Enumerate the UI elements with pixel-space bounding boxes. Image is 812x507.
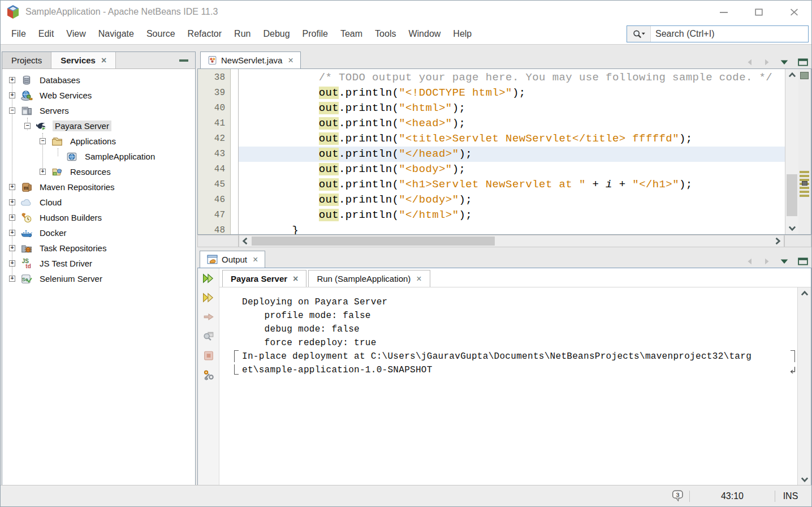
tree-item-resources[interactable]: +Resources <box>2 164 195 179</box>
rerun-button[interactable] <box>201 272 216 285</box>
code-line-45[interactable]: out.println("<h1>Servlet NewServlet at "… <box>239 177 785 192</box>
tree-item-task-repositories[interactable]: +Task Repositories <box>2 240 195 256</box>
menu-item-team[interactable]: Team <box>334 29 369 39</box>
menu-item-help[interactable]: Help <box>447 29 478 39</box>
output-vertical-scrollbar[interactable] <box>797 287 811 485</box>
code-line-47[interactable]: out.println("</html>"); <box>239 208 785 223</box>
tab-services[interactable]: Services × <box>51 52 116 68</box>
code-line-40[interactable]: out.println("<html>"); <box>239 101 785 116</box>
error-badge-icon[interactable] <box>800 72 809 79</box>
editor-vertical-scrollbar[interactable] <box>785 69 798 234</box>
expand-toggle-icon[interactable]: + <box>9 230 15 236</box>
expand-toggle-icon[interactable]: + <box>9 276 15 282</box>
tab-newservlet-java[interactable]: NewServlet.java × <box>200 51 301 68</box>
tree-item-hudson-builders[interactable]: +Hudson Builders <box>2 210 195 225</box>
menu-item-window[interactable]: Window <box>402 29 447 39</box>
scroll-tabs-right-icon[interactable] <box>763 58 771 66</box>
code-lines[interactable]: /* TODO output your page here. You may u… <box>239 69 785 234</box>
tree-item-servers[interactable]: −Servers <box>2 103 195 118</box>
rerun-debug-button[interactable] <box>201 291 216 304</box>
tab-list-dropdown-icon[interactable] <box>780 258 789 265</box>
tree-item-payara-server[interactable]: −Payara Server <box>2 118 195 134</box>
code-line-42[interactable]: out.println("<title>Servlet NewServlet</… <box>239 131 785 147</box>
code-line-41[interactable]: out.println("<head>"); <box>239 116 785 131</box>
search-input[interactable] <box>651 26 808 42</box>
warning-mark[interactable] <box>800 195 809 197</box>
notification-icon[interactable]: 3 <box>671 489 686 502</box>
expand-toggle-icon[interactable]: + <box>9 199 15 205</box>
output-line[interactable]: et\sample-application-1.0-SNAPSHOT <box>242 363 797 377</box>
tab-list-dropdown-icon[interactable] <box>780 59 789 66</box>
collapse-toggle-icon[interactable]: − <box>9 108 15 114</box>
search-box[interactable] <box>627 25 809 42</box>
close-icon[interactable]: × <box>293 274 298 283</box>
output-subtab-payara-server[interactable]: Payara Server× <box>222 270 306 287</box>
maximize-window-icon[interactable] <box>798 58 808 66</box>
scroll-up-icon[interactable] <box>798 290 811 297</box>
output-line[interactable]: Deploying on Payara Server <box>242 295 797 309</box>
code-line-39[interactable]: out.println("<!DOCTYPE html>"); <box>239 85 785 101</box>
tree-item-applications[interactable]: −Applications <box>2 134 195 149</box>
collapse-toggle-icon[interactable]: − <box>40 138 46 144</box>
close-icon[interactable]: × <box>101 56 106 65</box>
find-button[interactable] <box>201 329 216 343</box>
scroll-down-icon[interactable] <box>798 476 811 483</box>
menu-item-refactor[interactable]: Refactor <box>182 29 228 39</box>
tab-output[interactable]: Output × <box>200 251 265 268</box>
output-line[interactable]: debug mode: false <box>242 323 797 336</box>
output-line[interactable]: In-place deployment at C:\Users\jGauravG… <box>242 350 797 363</box>
close-icon[interactable]: × <box>253 255 258 264</box>
scroll-tabs-left-icon[interactable] <box>746 58 754 66</box>
code-line-44[interactable]: out.println("<body>"); <box>239 162 785 177</box>
menu-item-navigate[interactable]: Navigate <box>92 29 140 39</box>
tab-projects[interactable]: Projects <box>2 52 51 68</box>
settings-button[interactable] <box>201 368 216 381</box>
warning-mark[interactable] <box>800 187 809 189</box>
output-text[interactable]: Deploying on Payara Server profile mode:… <box>219 287 797 485</box>
expand-toggle-icon[interactable]: + <box>40 169 46 175</box>
scroll-tabs-right-icon[interactable] <box>763 257 771 265</box>
menu-item-tools[interactable]: Tools <box>369 29 402 39</box>
warning-mark[interactable] <box>800 191 809 193</box>
tree-item-js-test-driver[interactable]: +JStdJS Test Driver <box>2 256 195 271</box>
close-icon[interactable]: × <box>416 274 421 283</box>
expand-toggle-icon[interactable]: + <box>9 245 15 251</box>
tree-item-sampleapplication[interactable]: SampleApplication <box>2 149 195 164</box>
window-minimize-button[interactable] <box>706 1 741 23</box>
editor-horizontal-scrollbar[interactable] <box>239 235 784 247</box>
code-line-43[interactable]: out.println("</head>"); <box>239 147 785 162</box>
tree-item-selenium-server[interactable]: +SeSelenium Server <box>2 271 195 286</box>
search-icon[interactable] <box>627 26 651 42</box>
scroll-down-icon[interactable] <box>785 225 798 232</box>
scroll-up-icon[interactable] <box>785 71 798 78</box>
resume-button[interactable] <box>201 310 216 324</box>
error-stripe[interactable] <box>798 69 811 234</box>
scroll-left-icon[interactable] <box>239 237 250 246</box>
stop-button[interactable] <box>201 349 216 362</box>
expand-toggle-icon[interactable]: + <box>9 77 15 83</box>
menu-item-debug[interactable]: Debug <box>257 29 296 39</box>
expand-toggle-icon[interactable]: + <box>9 92 15 98</box>
expand-toggle-icon[interactable]: + <box>9 260 15 267</box>
scrollbar-thumb[interactable] <box>787 174 797 216</box>
menu-item-file[interactable]: File <box>5 29 32 39</box>
tree-item-cloud[interactable]: +Cloud <box>2 195 195 210</box>
warning-mark[interactable] <box>800 175 809 177</box>
code-line-46[interactable]: out.println("</body>"); <box>239 192 785 208</box>
tree-item-docker[interactable]: +Docker <box>2 225 195 240</box>
scroll-right-icon[interactable] <box>772 237 784 246</box>
output-line[interactable]: profile mode: false <box>242 309 797 323</box>
collapse-toggle-icon[interactable]: − <box>24 123 31 129</box>
menu-item-run[interactable]: Run <box>228 29 257 39</box>
close-icon[interactable]: × <box>288 56 293 65</box>
minimize-panel-icon[interactable] <box>179 59 188 62</box>
warning-mark[interactable] <box>800 171 809 173</box>
expand-toggle-icon[interactable]: + <box>9 184 15 190</box>
code-line-48[interactable]: } <box>239 223 785 234</box>
tree-item-databases[interactable]: +Databases <box>2 72 195 88</box>
output-subtab-run-sampleapplication[interactable]: Run (SampleApplication)× <box>308 270 430 287</box>
output-line[interactable]: force redeploy: true <box>242 336 797 350</box>
caret-mark[interactable] <box>802 181 807 186</box>
window-maximize-button[interactable] <box>741 1 776 23</box>
expand-toggle-icon[interactable]: + <box>9 214 15 221</box>
